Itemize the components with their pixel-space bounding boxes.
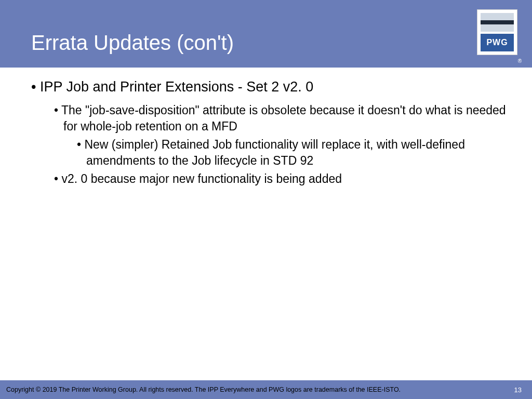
slide-title: Errata Updates (con't) xyxy=(31,31,234,55)
copyright-text: Copyright © 2019 The Printer Working Gro… xyxy=(6,386,401,393)
header-band: Errata Updates (con't) PWG ® xyxy=(0,0,532,68)
bullet-level3: New (simpler) Retained Job functionality… xyxy=(77,137,511,169)
slide-content: IPP Job and Printer Extensions - Set 2 v… xyxy=(31,78,511,189)
pwg-logo: PWG xyxy=(477,9,517,55)
logo-text: PWG xyxy=(481,34,514,51)
page-number: 13 xyxy=(514,386,522,394)
bullet-level2: The "job-save-disposition" attribute is … xyxy=(54,102,511,135)
slide: Errata Updates (con't) PWG ® IPP Job and… xyxy=(0,0,532,399)
printer-icon xyxy=(481,13,514,32)
registered-mark: ® xyxy=(518,58,522,64)
bullet-level2: v2. 0 because major new functionality is… xyxy=(54,171,511,187)
bullet-level1: IPP Job and Printer Extensions - Set 2 v… xyxy=(31,78,511,96)
footer-band: Copyright © 2019 The Printer Working Gro… xyxy=(0,380,532,399)
